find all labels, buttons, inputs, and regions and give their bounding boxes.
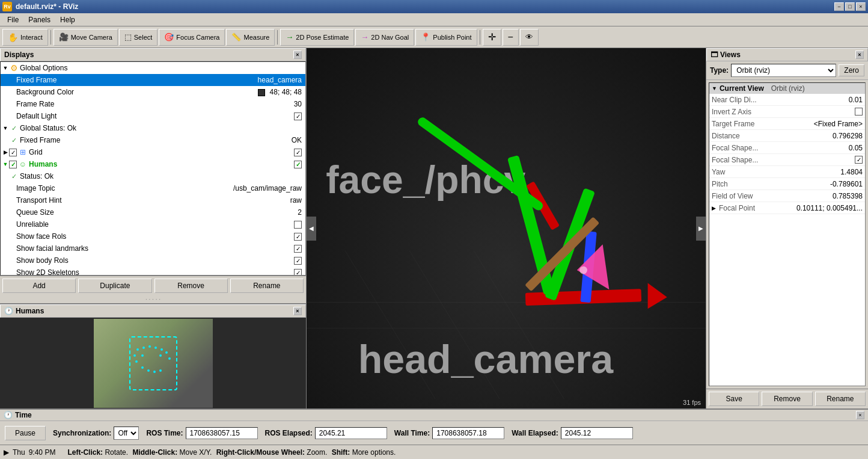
maximize-button[interactable]: □: [845, 2, 855, 11]
show-face-rols-row[interactable]: Show face Rols: [1, 230, 305, 242]
near-clip-row[interactable]: Near Clip Di... 0.01: [709, 94, 865, 106]
views-rename-button[interactable]: Rename: [815, 392, 866, 406]
nav-goal-button[interactable]: → 2D Nav Goal: [355, 29, 414, 46]
humans-checkbox[interactable]: [9, 161, 17, 168]
statusbar-day: Thu: [13, 448, 25, 457]
queue-size-row[interactable]: Queue Size 2: [1, 206, 305, 218]
interact-button[interactable]: ✋ Interact: [2, 29, 48, 46]
time-panel-title-area: 🕐 Time: [4, 411, 32, 419]
add-button[interactable]: Add: [2, 279, 76, 293]
menu-help[interactable]: Help: [55, 14, 80, 25]
grid-checkbox[interactable]: [9, 149, 17, 156]
bg-color-row[interactable]: Background Color 48; 48; 48: [1, 86, 305, 98]
sync-field: Synchronization: Off: [53, 427, 139, 440]
svg-marker-6: [648, 283, 667, 309]
select-button[interactable]: ⬚ Select: [119, 29, 158, 46]
menu-panels[interactable]: Panels: [23, 14, 55, 25]
global-options-expand-icon[interactable]: ▼: [2, 64, 9, 72]
views-panel-close-button[interactable]: ×: [855, 51, 864, 59]
time-panel-close-button[interactable]: ×: [856, 411, 864, 419]
displays-buttons: Add Duplicate Remove Rename: [0, 276, 306, 295]
invert-z-checkbox[interactable]: [855, 108, 863, 116]
default-light-row[interactable]: Default Light: [1, 110, 305, 122]
humans-check-value: [294, 161, 304, 168]
humans-face-icon: ☺: [18, 159, 28, 169]
global-options-row[interactable]: ▼ ⚙ Global Options: [1, 62, 305, 74]
views-type-select[interactable]: Orbit (rviz): [731, 64, 836, 77]
main-area: Displays × ▼ ⚙ Global Options Fixed Fram…: [0, 48, 868, 408]
remove-button[interactable]: Remove: [154, 279, 228, 293]
minus-button[interactable]: −: [503, 29, 519, 46]
target-frame-row[interactable]: Target Frame <Fixed Frame>: [709, 118, 865, 130]
grid-checked-display[interactable]: [294, 149, 302, 156]
focal-shape2-checkbox[interactable]: [855, 156, 863, 164]
humans-status-row[interactable]: ✓ Status: Ok: [1, 170, 305, 182]
humans-expand-icon[interactable]: ▼: [2, 161, 9, 168]
humans-camera-close-button[interactable]: ×: [293, 307, 302, 315]
eye-button[interactable]: 👁: [520, 29, 539, 46]
views-panel-header: 🗖 Views ×: [706, 48, 868, 61]
pose-estimate-icon: →: [286, 32, 293, 42]
views-zero-button[interactable]: Zero: [839, 64, 864, 76]
eye-icon: 👁: [525, 32, 533, 42]
3d-viewport[interactable]: face_/phcv head_camera ◀ ▶: [307, 48, 706, 408]
humans-checked-display[interactable]: [294, 161, 302, 168]
show-2d-skeletons-row[interactable]: Show 2D Skeletons: [1, 266, 305, 276]
fov-row[interactable]: Field of View 0.785398: [709, 190, 865, 202]
show-2d-skeletons-checkbox[interactable]: [294, 269, 302, 276]
fixed-frame-row[interactable]: Fixed Frame head_camera: [1, 74, 305, 86]
grid-row[interactable]: ▶ ⊞ Grid: [1, 146, 305, 158]
unreliable-checkbox[interactable]: [294, 221, 302, 229]
publish-point-button[interactable]: 📍 Publish Point: [415, 29, 477, 46]
focal-shape1-row[interactable]: Focal Shape... 0.05: [709, 142, 865, 154]
ros-time-value: 1708638057.15: [186, 427, 258, 439]
move-camera-button[interactable]: 🎥 Move Camera: [53, 29, 118, 46]
invert-z-row[interactable]: Invert Z Axis: [709, 106, 865, 118]
close-button[interactable]: ×: [856, 2, 866, 11]
yaw-row[interactable]: Yaw 1.4804: [709, 166, 865, 178]
current-view-expand-icon[interactable]: ▼: [712, 85, 717, 91]
sync-select[interactable]: Off: [114, 427, 139, 440]
image-topic-row[interactable]: Image Topic /usb_cam/image_raw: [1, 182, 305, 194]
global-status-row[interactable]: ▼ ✓ Global Status: Ok: [1, 122, 305, 134]
near-clip-label: Near Clip Di...: [712, 96, 849, 104]
show-face-rols-checkbox[interactable]: [294, 233, 302, 241]
focus-camera-button[interactable]: 🎯 Focus Camera: [159, 29, 225, 46]
global-status-label: Global Status: Ok: [20, 124, 304, 132]
plus-button[interactable]: ✛: [483, 29, 501, 46]
default-light-checkbox[interactable]: [294, 112, 302, 120]
measure-button[interactable]: 📏 Measure: [226, 29, 275, 46]
pause-button[interactable]: Pause: [5, 426, 46, 440]
humans-row[interactable]: ▼ ☺ Humans: [1, 158, 305, 170]
minimize-button[interactable]: −: [834, 2, 844, 11]
focal-point-row[interactable]: ▶ Focal Point 0.10111; 0.005491...: [709, 202, 865, 214]
show-body-rols-checkbox[interactable]: [294, 257, 302, 265]
grid-expand-icon[interactable]: ▶: [2, 149, 9, 156]
focal-point-expand-icon[interactable]: ▶: [712, 205, 719, 211]
pitch-row[interactable]: Pitch -0.789601: [709, 178, 865, 190]
focal-shape2-row[interactable]: Focal Shape...: [709, 154, 865, 166]
show-facial-landmarks-row[interactable]: Show facial landmarks: [1, 242, 305, 254]
global-status-fixed-frame-row[interactable]: ✓ Fixed Frame OK: [1, 134, 305, 146]
bg-color-swatch[interactable]: [258, 89, 265, 96]
transport-hint-row[interactable]: Transport Hint raw: [1, 194, 305, 206]
global-status-expand-icon[interactable]: ▼: [2, 125, 9, 132]
viewport-collapse-right-button[interactable]: ▶: [696, 217, 706, 241]
views-save-button[interactable]: Save: [709, 392, 759, 406]
unreliable-row[interactable]: Unreliable: [1, 218, 305, 230]
pose-estimate-button[interactable]: → 2D Pose Estimate: [280, 29, 354, 46]
menu-file[interactable]: File: [2, 14, 23, 25]
show-facial-landmarks-checkbox[interactable]: [294, 245, 302, 253]
viewport-collapse-left-button[interactable]: ◀: [307, 217, 316, 241]
rename-button[interactable]: Rename: [230, 279, 304, 293]
displays-close-button[interactable]: ×: [293, 51, 302, 59]
time-panel-content: Pause Synchronization: Off ROS Time: 170…: [0, 421, 868, 445]
duplicate-button[interactable]: Duplicate: [78, 279, 151, 293]
show-body-rols-row[interactable]: Show body Rols: [1, 254, 305, 266]
views-remove-button[interactable]: Remove: [762, 392, 812, 406]
humans-camera-header: 🕐 Humans ×: [0, 304, 306, 318]
current-view-label: Current View: [720, 84, 764, 93]
frame-rate-row[interactable]: Frame Rate 30: [1, 98, 305, 110]
current-view-header-row[interactable]: ▼ Current View Orbit (rviz): [709, 83, 865, 94]
distance-row[interactable]: Distance 0.796298: [709, 130, 865, 142]
